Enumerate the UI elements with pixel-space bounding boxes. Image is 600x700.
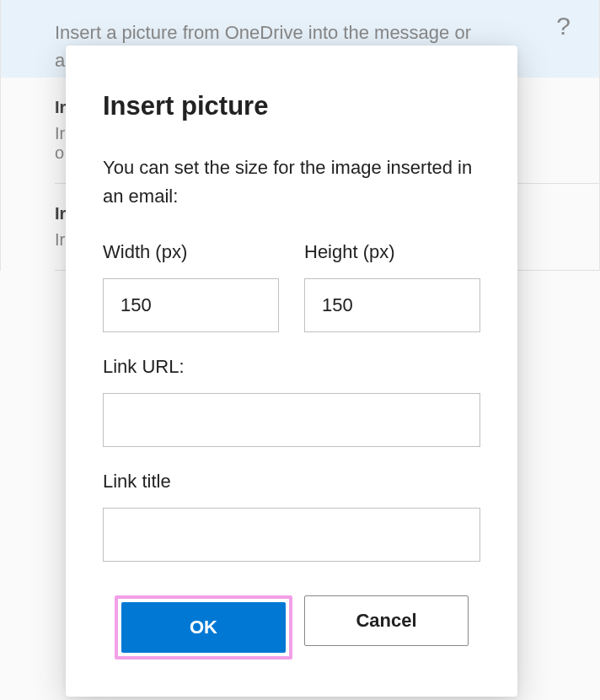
link-url-label: Link URL: bbox=[103, 356, 480, 378]
link-title-label: Link title bbox=[103, 471, 480, 493]
ok-button[interactable]: OK bbox=[121, 602, 286, 653]
help-icon[interactable]: ? bbox=[556, 12, 571, 40]
cancel-button[interactable]: Cancel bbox=[304, 595, 469, 646]
dialog-description: You can set the size for the image inser… bbox=[103, 153, 480, 211]
ok-button-highlight: OK bbox=[115, 595, 292, 660]
link-url-input[interactable] bbox=[103, 393, 480, 447]
dialog-buttons: OK Cancel bbox=[103, 595, 480, 660]
link-title-input[interactable] bbox=[103, 508, 480, 562]
dialog-title: Insert picture bbox=[103, 91, 480, 121]
height-label: Height (px) bbox=[304, 241, 480, 263]
width-label: Width (px) bbox=[103, 241, 279, 263]
width-input[interactable] bbox=[103, 278, 279, 332]
height-input[interactable] bbox=[304, 278, 480, 332]
insert-picture-dialog: Insert picture You can set the size for … bbox=[66, 46, 517, 697]
